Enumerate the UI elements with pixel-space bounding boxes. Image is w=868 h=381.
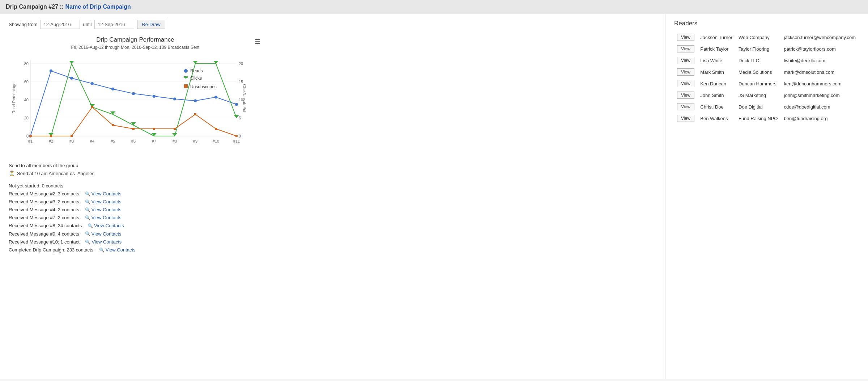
magnify-icon: 🔍 [85, 238, 90, 246]
reader-email: john@smithmarketing.com [781, 89, 859, 101]
svg-text:#11: #11 [233, 139, 240, 143]
contact-row: Received Message #10: 1 contact 🔍 View C… [9, 238, 656, 246]
not-started-label: Not yet started: 0 contacts [9, 182, 656, 190]
readers-table: View Jackson Turner Web Company jackson.… [674, 31, 859, 124]
right-panel: Readers View Jackson Turner Web Company … [665, 14, 868, 379]
reader-view-button-6[interactable]: View [677, 103, 694, 110]
svg-text:#7: #7 [152, 139, 156, 143]
reader-view-button-3[interactable]: View [677, 68, 694, 76]
svg-marker-48 [213, 61, 218, 64]
magnify-icon: 🔍 [88, 222, 93, 229]
view-contacts-link-0[interactable]: 🔍 View Contacts [85, 190, 122, 198]
svg-rect-51 [50, 135, 52, 137]
reader-view-button-0[interactable]: View [677, 34, 694, 41]
reader-view-cell: View [674, 101, 697, 113]
svg-text:Clicks: Clicks [190, 76, 202, 81]
reader-view-button-4[interactable]: View [677, 80, 694, 87]
svg-rect-53 [91, 106, 93, 108]
svg-text:80: 80 [24, 62, 29, 66]
view-contacts-link-1[interactable]: 🔍 View Contacts [85, 198, 122, 206]
svg-text:5: 5 [239, 116, 241, 120]
reader-view-button-7[interactable]: View [677, 115, 694, 122]
magnify-icon: 🔍 [85, 230, 90, 237]
reader-company: Duncan Hammers [736, 78, 781, 89]
view-contacts-label: View Contacts [94, 222, 124, 230]
to-date-input[interactable] [94, 20, 134, 29]
left-panel: Showing from until Re-Draw Drip Campaign… [0, 14, 665, 379]
svg-text:40: 40 [24, 98, 29, 102]
view-contacts-link-4[interactable]: 🔍 View Contacts [88, 222, 124, 230]
svg-point-30 [50, 69, 52, 72]
view-contacts-link-3[interactable]: 🔍 View Contacts [85, 214, 122, 222]
svg-text:#2: #2 [49, 139, 53, 143]
reader-view-button-5[interactable]: View [677, 92, 694, 99]
from-date-input[interactable] [40, 20, 80, 29]
svg-marker-41 [69, 61, 74, 64]
reader-company: Doe Digitial [736, 101, 781, 113]
reader-name: Ben Walkens [697, 113, 736, 124]
date-range-row: Showing from until Re-Draw [9, 20, 656, 29]
reader-view-cell: View [674, 55, 697, 66]
reader-email: patrick@taylorfloors.com [781, 43, 859, 55]
svg-marker-45 [152, 133, 157, 136]
svg-marker-49 [234, 115, 239, 118]
reader-row: View Mark Smith Media Solutions mark@dms… [674, 66, 859, 78]
reader-email: ken@duncanhammers.com [781, 78, 859, 89]
svg-rect-50 [29, 135, 31, 137]
magnify-icon: 🔍 [85, 206, 90, 213]
svg-text:60: 60 [24, 80, 29, 84]
svg-point-35 [153, 95, 156, 98]
chart-title: Drip Campaign Performance [9, 36, 262, 43]
contact-label: Completed Drip Campaign: 233 contacts [9, 246, 93, 254]
contact-label: Received Message #8: 24 contacts [9, 222, 82, 230]
reader-row: View John Smith JS Marketing john@smithm… [674, 89, 859, 101]
svg-rect-55 [132, 128, 135, 130]
reader-company: Media Solutions [736, 66, 781, 78]
contact-row: Received Message #4: 2 contacts 🔍 View C… [9, 206, 656, 214]
svg-text:Unsubscribes: Unsubscribes [190, 84, 217, 89]
svg-point-38 [214, 96, 217, 99]
svg-point-39 [235, 103, 238, 106]
view-contacts-label: View Contacts [92, 198, 122, 206]
contact-row: Completed Drip Campaign: 233 contacts 🔍 … [9, 246, 656, 254]
magnify-icon: 🔍 [85, 214, 90, 221]
reader-company: Deck LLC [736, 55, 781, 66]
chart-menu-icon[interactable]: ☰ [253, 36, 262, 47]
reader-row: View Ben Walkens Fund Raising NPO ben@fu… [674, 113, 859, 124]
svg-text:15: 15 [239, 80, 243, 84]
contact-row: Received Message #2: 3 contacts 🔍 View C… [9, 190, 656, 198]
svg-text:0: 0 [26, 134, 29, 138]
view-contacts-link-6[interactable]: 🔍 View Contacts [85, 238, 122, 246]
reader-email: ben@fundraising.org [781, 113, 859, 124]
reader-row: View Ken Duncan Duncan Hammers ken@dunca… [674, 78, 859, 89]
contact-label: Received Message #2: 3 contacts [9, 190, 79, 198]
svg-rect-60 [235, 135, 238, 137]
svg-rect-57 [174, 128, 176, 130]
reader-company: Taylor Flooring [736, 43, 781, 55]
magnify-icon: 🔍 [85, 198, 90, 206]
redraw-button[interactable]: Re-Draw [137, 20, 165, 29]
view-contacts-label: View Contacts [92, 214, 122, 222]
svg-text:#6: #6 [131, 139, 136, 143]
contact-row: Received Message #7: 2 contacts 🔍 View C… [9, 214, 656, 222]
contact-row: Received Message #3: 2 contacts 🔍 View C… [9, 198, 656, 206]
reader-view-button-1[interactable]: View [677, 45, 694, 52]
reader-email: mark@dmsolutions.com [781, 66, 859, 78]
reader-name: Christi Doe [697, 101, 736, 113]
svg-point-34 [132, 92, 135, 95]
svg-text:#5: #5 [111, 139, 115, 143]
send-all-label: Send to all members of the group [9, 163, 656, 168]
view-contacts-link-5[interactable]: 🔍 View Contacts [85, 230, 122, 238]
reader-view-button-2[interactable]: View [677, 57, 694, 64]
magnify-icon: 🔍 [99, 246, 105, 254]
view-contacts-link-7[interactable]: 🔍 View Contacts [99, 246, 136, 254]
svg-text:20: 20 [239, 62, 243, 66]
view-contacts-label: View Contacts [92, 190, 122, 198]
reader-company: Fund Raising NPO [736, 113, 781, 124]
view-contacts-label: View Contacts [106, 246, 136, 254]
magnify-icon: 🔍 [85, 190, 90, 198]
header-prefix: Drip Campaign #27 :: [6, 4, 65, 10]
view-contacts-link-2[interactable]: 🔍 View Contacts [85, 206, 122, 214]
contact-label: Received Message #9: 4 contacts [9, 230, 79, 238]
reader-view-cell: View [674, 78, 697, 89]
